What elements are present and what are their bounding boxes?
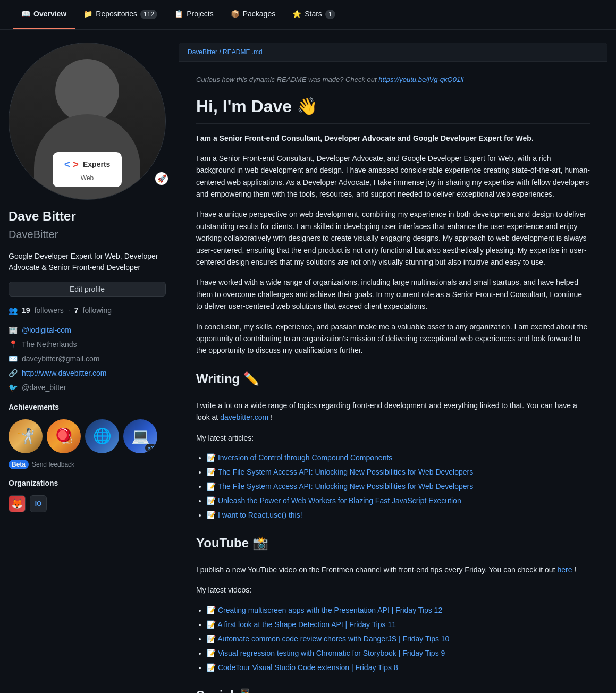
page-layout: < > Experts Web 🚀 Dave Bitter DaveBitter…	[0, 30, 616, 693]
org-avatar-2[interactable]: IO	[30, 495, 47, 512]
readme-h1: Hi, I'm Dave 👋	[196, 94, 590, 124]
achievements-title: Achievements	[9, 402, 166, 413]
achievements-beta-row: Beta Send feedback	[9, 460, 166, 469]
achievement-badge-2[interactable]: 🪀	[47, 419, 81, 453]
articles-list: 📝 Inversion of Control through Compound …	[207, 452, 590, 521]
video-item-2: 📝 A first look at the Shape Detection AP…	[207, 619, 590, 630]
readme-para2: I have a unique perspective on web devel…	[196, 208, 590, 268]
article-item-4: 📝 Unleash the Power of Web Workers for B…	[207, 495, 590, 506]
meta-website: 🔗 http://www.davebitter.com	[9, 368, 166, 379]
link-icon: 🔗	[9, 368, 18, 379]
article-link-4[interactable]: Unleash the Power of Web Workers for Bla…	[218, 496, 461, 505]
orgs-row: 🦊 IO	[9, 495, 166, 512]
breadcrumb-file[interactable]: README	[223, 48, 250, 56]
followers-info: 👥 19 followers · 7 following	[9, 305, 166, 316]
organization-link[interactable]: @iodigital-com	[22, 325, 71, 336]
main-nav: 📖 Overview 📁 Repositories 112 📋 Projects…	[0, 0, 616, 30]
meta-twitter: 🐦 @dave_bitter	[9, 382, 166, 393]
video-link-5[interactable]: CodeTour Visual Studio Code extension | …	[218, 663, 398, 672]
videos-list: 📝 Creating multiscreen apps with the Pre…	[207, 605, 590, 673]
avatar-container: < > Experts Web 🚀	[9, 43, 166, 200]
video-link-4[interactable]: Visual regression testing with Chromatic…	[218, 649, 445, 657]
video-item-5: 📝 CodeTour Visual Studio Code extension …	[207, 662, 590, 673]
articles-label: My latest articles:	[196, 432, 590, 444]
article-link-5[interactable]: I want to React.use() this!	[218, 511, 302, 519]
video-link-2[interactable]: A first look at the Shape Detection API …	[217, 620, 396, 629]
nav-tab-packages[interactable]: 📦 Packages	[222, 0, 284, 29]
meta-location: 📍 The Netherlands	[9, 339, 166, 350]
avatar: < > Experts Web 🚀	[9, 43, 166, 200]
readme-intro-link[interactable]: https://youtu.be/jVg-qkQ01lI	[378, 75, 463, 83]
breadcrumb-repo[interactable]: DaveBitter	[188, 48, 217, 56]
breadcrumb-ext: .md	[252, 48, 263, 56]
readme-header: DaveBitter / README .md	[179, 43, 607, 62]
meta-email: ✉️ daveybitter@gmail.com	[9, 353, 166, 365]
davebitter-link[interactable]: davebitter.com	[220, 413, 268, 421]
website-link[interactable]: http://www.davebitter.com	[22, 368, 107, 379]
article-item-2: 📝 The File System Access API: Unlocking …	[207, 467, 590, 478]
readme-intro-line: Curious how this dynamic README was made…	[196, 74, 590, 85]
sidebar: < > Experts Web 🚀 Dave Bitter DaveBitter…	[9, 43, 166, 693]
nav-tab-stars[interactable]: ⭐ Stars 1	[284, 0, 343, 29]
video-item-4: 📝 Visual regression testing with Chromat…	[207, 648, 590, 659]
article-item-1: 📝 Inversion of Control through Compound …	[207, 452, 590, 463]
readme-para3: I have worked with a wide range of organ…	[196, 276, 590, 312]
article-item-5: 📝 I want to React.use() this!	[207, 510, 590, 521]
achievements-grid: 🤺 🪀 🌐 💻 ×3	[9, 419, 166, 453]
video-link-1[interactable]: Creating multiscreen apps with the Prese…	[218, 606, 442, 614]
video-item-3: 📝 Automate common code review chores wit…	[207, 633, 590, 645]
rocket-badge: 🚀	[155, 172, 166, 185]
video-link-3[interactable]: Automate common code review chores with …	[217, 635, 449, 643]
send-feedback-link[interactable]: Send feedback	[32, 460, 74, 469]
nav-tab-overview[interactable]: 📖 Overview	[13, 0, 75, 29]
overview-icon: 📖	[21, 9, 30, 20]
packages-icon: 📦	[231, 9, 240, 20]
repositories-icon: 📁	[83, 9, 92, 20]
article-link-1[interactable]: Inversion of Control through Compound Co…	[218, 453, 392, 462]
youtube-intro: I publish a new YouTube video on the Fro…	[196, 564, 590, 576]
writing-heading: Writing ✏️	[196, 369, 590, 391]
social-heading: Social 📱	[196, 686, 590, 693]
readme-bold-summary: I am a Senior Front-end Consultant, Deve…	[196, 132, 590, 144]
profile-name: Dave Bitter	[9, 208, 166, 224]
profile-meta: 🏢 @iodigital-com 📍 The Netherlands ✉️ da…	[9, 325, 166, 393]
readme-card: DaveBitter / README .md Curious how this…	[179, 43, 607, 693]
edit-profile-button[interactable]: Edit profile	[9, 282, 166, 297]
youtube-heading: YouTube 📸	[196, 534, 590, 555]
projects-icon: 📋	[174, 9, 183, 20]
achievement-badge-4[interactable]: 💻 ×3	[123, 419, 157, 453]
beta-label: Beta	[9, 460, 29, 469]
article-link-3[interactable]: The File System Access API: Unlocking Ne…	[218, 482, 474, 491]
nav-tab-repositories[interactable]: 📁 Repositories 112	[75, 0, 166, 29]
organization-icon: 🏢	[9, 325, 18, 336]
readme-para1: I am a Senior Front-end Consultant, Deve…	[196, 153, 590, 200]
location-icon: 📍	[9, 339, 18, 350]
stars-icon: ⭐	[292, 9, 301, 20]
nav-tab-projects[interactable]: 📋 Projects	[166, 0, 222, 29]
article-link-2[interactable]: The File System Access API: Unlocking Ne…	[218, 468, 474, 476]
twitter-icon: 🐦	[9, 382, 18, 393]
youtube-here-link[interactable]: here	[557, 565, 572, 574]
video-item-1: 📝 Creating multiscreen apps with the Pre…	[207, 605, 590, 616]
readme-body: Curious how this dynamic README was made…	[179, 62, 607, 693]
meta-organization: 🏢 @iodigital-com	[9, 325, 166, 336]
achievement-badge-1[interactable]: 🤺	[9, 419, 43, 453]
profile-username: DaveBitter	[9, 226, 166, 242]
achievement-badge-3[interactable]: 🌐	[85, 419, 119, 453]
followers-icon: 👥	[9, 305, 18, 316]
org-avatar-1[interactable]: 🦊	[9, 495, 26, 512]
main-content: DaveBitter / README .md Curious how this…	[179, 43, 607, 693]
orgs-title: Organizations	[9, 478, 166, 489]
writing-intro: I write a lot on a wide range of topics …	[196, 400, 590, 424]
article-item-3: 📝 The File System Access API: Unlocking …	[207, 481, 590, 492]
email-icon: ✉️	[9, 353, 18, 365]
videos-label: My latest videos:	[196, 584, 590, 596]
readme-para4: In conclusion, my skills, experience, an…	[196, 321, 590, 357]
profile-bio: Google Developer Expert for Web, Develop…	[9, 251, 166, 273]
